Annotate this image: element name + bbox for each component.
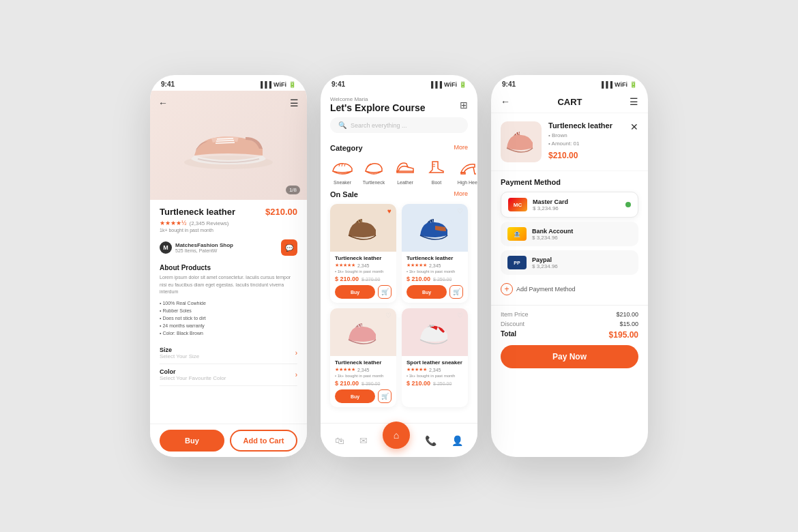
pay-now-button[interactable]: Pay Now <box>501 345 638 368</box>
wifi-icon-3: WiFi <box>615 81 627 88</box>
search-icon: 🔍 <box>338 121 346 129</box>
category-turtleneck[interactable]: Turtleneck <box>361 158 386 185</box>
remove-item-button[interactable]: ✕ <box>630 121 638 132</box>
on-sale-section: On Sale More ♥ <box>321 190 477 407</box>
paypal-balance: $ 3,234.96 <box>532 263 632 269</box>
payment-paypal[interactable]: PP Paypal $ 3,234.96 <box>501 250 638 275</box>
card-actions-3: Buy 🛒 <box>335 389 391 403</box>
category-more[interactable]: More <box>454 144 468 152</box>
add-to-cart-button[interactable]: Add to Cart <box>230 430 297 452</box>
nav-phone[interactable]: 📞 <box>425 435 437 446</box>
product-card-3: ♡ Turtleneck leather ★★★★★ <box>330 308 396 407</box>
svg-line-3 <box>216 143 235 143</box>
card-buy-btn-3[interactable]: Buy <box>335 389 375 403</box>
bank-balance: $ 3,234.96 <box>532 235 632 241</box>
feature-2: • Rubber Soles <box>160 307 297 314</box>
time-2: 9:41 <box>331 80 345 88</box>
category-sneaker-label: Sneaker <box>334 180 351 185</box>
card-original-1: $ 270.00 <box>361 277 380 282</box>
mastercard-icon: MC <box>508 198 527 211</box>
buy-button[interactable]: Buy <box>160 430 224 452</box>
cart-item-price: $210.00 <box>548 151 623 160</box>
product-image <box>177 104 280 186</box>
card-buy-btn-2[interactable]: Buy <box>407 285 447 299</box>
card-actions-1: Buy 🛒 <box>335 285 391 299</box>
feature-5: • Color: Black Brown <box>160 329 297 337</box>
card-cart-btn-3[interactable]: 🛒 <box>378 389 391 403</box>
feature-list: • 100% Real Cowhide • Rubber Soles • Doe… <box>160 299 297 338</box>
total-value: $195.00 <box>609 330 638 340</box>
about-text: Lorem ipsum dolor sit amet consectetur. … <box>160 274 297 296</box>
heart-icon-4[interactable]: ♡ <box>457 312 463 319</box>
wifi-icon-2: WiFi <box>444 81 457 88</box>
color-option[interactable]: Color Select Your Favourite Color › <box>160 364 297 386</box>
product-image-2: ♡ <box>402 204 468 252</box>
card-cart-btn-2[interactable]: 🛒 <box>449 285 463 299</box>
rating-stars: ★★★★½ <box>160 220 187 226</box>
product-info-4: Sport leather sneaker ★★★★★ 2,345 • 1k+ … <box>402 356 468 394</box>
time-3: 9:41 <box>502 80 516 88</box>
category-leather[interactable]: Leather <box>393 158 417 185</box>
bank-icon: 🏦 <box>507 227 527 241</box>
battery-icon-1: 🔋 <box>289 81 296 88</box>
total-row: Total $195.00 <box>501 330 638 340</box>
card-price-4: $ 210.00 <box>407 380 430 387</box>
svg-line-5 <box>342 164 342 166</box>
search-bar[interactable]: 🔍 Search everything ... <box>330 117 468 133</box>
size-option[interactable]: Size Select Your Size › <box>160 342 297 364</box>
item-price-value: $210.00 <box>616 311 638 318</box>
category-sneaker[interactable]: Sneaker <box>330 158 355 185</box>
card-bought-3: • 1k+ bought in past month <box>335 374 391 378</box>
heart-icon-1[interactable]: ♥ <box>387 207 391 215</box>
color-label: Color <box>160 368 226 375</box>
nav-mail[interactable]: ✉ <box>359 435 368 446</box>
heart-icon-2[interactable]: ♡ <box>457 207 463 215</box>
filter-icon[interactable]: ⊞ <box>460 100 468 110</box>
nav-shop[interactable]: 🛍 <box>335 435 344 446</box>
card-original-2: $ 250.00 <box>433 277 452 282</box>
welcome-text: Welcome Maria <box>330 96 425 102</box>
order-summary: Item Price $210.00 Discount $15.00 Total… <box>491 305 648 374</box>
bank-name: Bank Account <box>532 228 632 235</box>
item-price-row: Item Price $210.00 <box>501 311 638 318</box>
add-payment-button[interactable]: + Add Payment Method <box>501 280 638 298</box>
on-sale-more[interactable]: More <box>454 190 468 198</box>
menu-button[interactable]: ☰ <box>290 98 299 108</box>
payment-title: Payment Method <box>501 178 638 186</box>
bank-info: Bank Account $ 3,234.96 <box>532 228 632 241</box>
back-button[interactable]: ← <box>158 98 168 108</box>
product-card-1: ♥ Turtleneck leather ★★★★★ <box>330 204 396 303</box>
time-1: 9:41 <box>161 80 175 88</box>
payment-methods-list: MC Master Card $ 3,234.96 🏦 Bank Account… <box>501 192 638 275</box>
product-info-1: Turtleneck leather ★★★★★ 2,345 • 1k+ bou… <box>330 252 396 303</box>
card-buy-btn-1[interactable]: Buy <box>335 285 375 299</box>
heart-icon-3[interactable]: ♡ <box>385 312 391 319</box>
card-count-1: 2,345 <box>357 263 370 268</box>
category-title: Category <box>330 144 363 152</box>
mastercard-info: Master Card $ 3,234.96 <box>533 198 620 211</box>
card-bought-1: • 1k+ bought in past month <box>335 269 391 274</box>
status-icons-2: ▐▐▐ WiFi 🔋 <box>429 81 467 88</box>
signal-icon-2: ▐▐▐ <box>429 81 442 88</box>
paypal-icon: PP <box>507 256 527 269</box>
phone-explore: 9:41 ▐▐▐ WiFi 🔋 Welcome Maria Let's Expl… <box>321 75 477 457</box>
mastercard-balance: $ 3,234.96 <box>533 205 620 211</box>
nav-home[interactable]: ⌂ <box>383 432 410 449</box>
payment-bank[interactable]: 🏦 Bank Account $ 3,234.96 <box>501 222 638 246</box>
category-boot[interactable]: Boot <box>424 158 449 185</box>
card-bought-2: • 1k+ bought in past month <box>407 269 463 274</box>
status-bar-1: 9:41 ▐▐▐ WiFi 🔋 <box>150 75 307 91</box>
card-cart-btn-1[interactable]: 🛒 <box>378 285 391 299</box>
cart-item-color: • Brown <box>548 132 623 140</box>
color-placeholder: Select Your Favourite Color <box>160 375 226 381</box>
cart-menu-button[interactable]: ☰ <box>630 96 638 107</box>
cart-back-button[interactable]: ← <box>501 96 510 107</box>
total-label: Total <box>501 330 516 340</box>
product-detail-content: Turtleneck leather $210.00 ★★★★½ (2,345 … <box>150 200 307 426</box>
chat-button[interactable]: 💬 <box>281 239 297 256</box>
mastercard-name: Master Card <box>533 198 620 205</box>
category-high-heel[interactable]: High Heel <box>456 158 477 185</box>
nav-profile[interactable]: 👤 <box>452 435 463 446</box>
payment-mastercard[interactable]: MC Master Card $ 3,234.96 <box>501 192 638 218</box>
card-name-1: Turtleneck leather <box>335 255 391 261</box>
